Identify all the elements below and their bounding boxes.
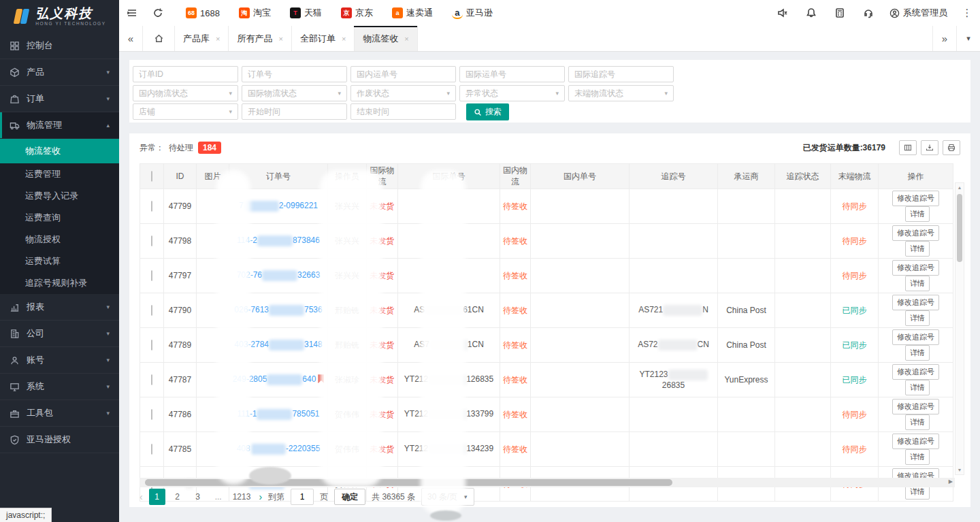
modify-tracking-button[interactable]: 修改追踪号 — [892, 399, 939, 414]
row-checkbox[interactable] — [151, 201, 152, 212]
filter-select-1[interactable]: 国际物流状态▾ — [242, 85, 347, 101]
order-number-link[interactable]: 702-7632663 — [237, 270, 321, 280]
tab-0[interactable]: 产品库× — [175, 26, 229, 51]
select-all-checkbox[interactable] — [151, 171, 152, 182]
order-number-link[interactable]: 72-0996221 — [239, 201, 318, 210]
sidebar-subitem-5[interactable]: 运费试算 — [0, 250, 119, 272]
order-number-link[interactable]: 403-27843148 — [234, 340, 322, 349]
filter-select-3[interactable]: 异常状态▾ — [459, 85, 565, 101]
sidebar-subitem-4[interactable]: 物流授权 — [0, 229, 119, 250]
page-button-1213[interactable]: 1213 — [231, 489, 253, 505]
tab-1[interactable]: 所有产品× — [229, 26, 291, 51]
calculator-icon[interactable] — [826, 0, 854, 26]
home-tab[interactable] — [143, 26, 175, 51]
marketplace-link-3[interactable]: 京京东 — [341, 7, 373, 19]
sidebar-item-3[interactable]: 物流管理▴ — [0, 112, 119, 139]
modify-tracking-button[interactable]: 修改追踪号 — [892, 364, 939, 380]
collapse-sidebar-icon[interactable] — [119, 0, 145, 26]
tab-close-icon[interactable]: × — [278, 35, 282, 43]
tabs-scroll-left-icon[interactable]: « — [119, 26, 143, 51]
tab-3[interactable]: 物流签收× — [355, 26, 417, 51]
scroll-right-icon[interactable]: ▶ — [949, 478, 953, 485]
sidebar-item-9[interactable]: 亚马逊授权 — [0, 427, 119, 453]
sidebar-subitem-1[interactable]: 运费管理 — [0, 163, 119, 185]
order-number-link[interactable]: 249-2805640 — [233, 374, 316, 384]
filter-input-4[interactable] — [568, 66, 674, 82]
sidebar-item-7[interactable]: 系统▾ — [0, 374, 119, 400]
tab-close-icon[interactable]: × — [404, 35, 408, 43]
tabs-scroll-right-icon[interactable]: » — [932, 26, 956, 51]
modify-tracking-button[interactable]: 修改追踪号 — [892, 191, 939, 206]
filter-input-1[interactable] — [242, 66, 347, 82]
tab-close-icon[interactable]: × — [216, 35, 220, 43]
details-button[interactable]: 详情 — [905, 206, 930, 222]
row-checkbox[interactable] — [151, 409, 152, 420]
more-menu-icon[interactable]: ⋮ — [954, 7, 980, 19]
horizontal-scroll-thumb[interactable] — [145, 479, 672, 486]
page-button-1[interactable]: 1 — [149, 489, 165, 505]
bell-icon[interactable] — [797, 0, 826, 26]
order-number-link[interactable]: 408-2220355 — [237, 444, 321, 453]
scroll-down-icon[interactable]: ▼ — [956, 468, 964, 472]
tabs-dropdown-icon[interactable]: ▾ — [956, 26, 980, 51]
sidebar-item-1[interactable]: 产品▾ — [0, 59, 119, 86]
page-button-2[interactable]: 2 — [169, 489, 186, 505]
start-time-input[interactable] — [242, 103, 347, 120]
row-checkbox[interactable] — [151, 235, 152, 246]
page-size-select[interactable]: 30 条/页▼ — [421, 488, 474, 506]
order-number-link[interactable]: 114-2873846 — [237, 235, 320, 245]
sidebar-subitem-2[interactable]: 运费导入记录 — [0, 185, 119, 207]
row-checkbox[interactable] — [151, 374, 152, 385]
modify-tracking-button[interactable]: 修改追踪号 — [892, 329, 939, 345]
filter-input-2[interactable] — [350, 66, 456, 82]
prev-page-icon[interactable]: ‹ — [140, 491, 143, 502]
horizontal-scrollbar[interactable]: ▶ — [140, 478, 955, 487]
sidebar-subitem-3[interactable]: 运费查询 — [0, 207, 119, 229]
modify-tracking-button[interactable]: 修改追踪号 — [892, 225, 939, 241]
marketplace-link-5[interactable]: a亚马逊 — [452, 7, 493, 19]
modify-tracking-button[interactable]: 修改追踪号 — [892, 260, 939, 276]
modify-tracking-button[interactable]: 修改追踪号 — [892, 295, 939, 310]
columns-icon[interactable] — [899, 140, 917, 155]
next-page-icon[interactable]: › — [259, 491, 262, 502]
vertical-scrollbar[interactable]: ▲ ▼ — [955, 182, 964, 475]
headset-icon[interactable] — [854, 0, 883, 26]
tab-2[interactable]: 全部订单× — [292, 26, 355, 51]
scroll-up-icon[interactable]: ▲ — [956, 185, 964, 190]
details-button[interactable]: 详情 — [905, 310, 930, 326]
goto-confirm-button[interactable]: 确定 — [334, 489, 365, 505]
filter-select-4[interactable]: 末端物流状态▾ — [568, 85, 674, 101]
marketplace-link-1[interactable]: 淘淘宝 — [239, 7, 271, 19]
row-checkbox[interactable] — [151, 270, 152, 281]
sidebar-item-8[interactable]: 工具包▾ — [0, 400, 119, 427]
page-button-3[interactable]: 3 — [190, 489, 206, 505]
print-icon[interactable] — [943, 140, 960, 155]
filter-select-0[interactable]: 国内物流状态▾ — [133, 85, 238, 101]
vertical-scroll-thumb[interactable] — [957, 194, 962, 262]
search-button[interactable]: 搜索 — [466, 103, 509, 120]
export-icon[interactable] — [921, 140, 938, 155]
details-button[interactable]: 详情 — [905, 276, 930, 291]
order-number-link[interactable]: 026-76137536 — [234, 305, 322, 314]
details-button[interactable]: 详情 — [905, 241, 930, 257]
marketplace-link-2[interactable]: T天猫 — [290, 7, 322, 19]
filter-select-2[interactable]: 作废状态▾ — [350, 85, 456, 101]
details-button[interactable]: 详情 — [905, 449, 930, 465]
sidebar-subitem-0[interactable]: 物流签收 — [0, 139, 119, 163]
row-checkbox[interactable] — [151, 340, 152, 350]
user-menu[interactable]: 系统管理员 — [889, 7, 947, 19]
tab-close-icon[interactable]: × — [342, 35, 346, 43]
filter-input-0[interactable] — [133, 66, 238, 82]
sidebar-item-0[interactable]: 控制台 — [0, 33, 119, 59]
marketplace-link-0[interactable]: 681688 — [186, 7, 220, 18]
goto-page-input[interactable] — [291, 489, 314, 505]
refresh-icon[interactable] — [145, 0, 171, 26]
order-number-link[interactable]: 111-1785051 — [238, 409, 320, 419]
sidebar-item-5[interactable]: 公司▾ — [0, 321, 119, 347]
sidebar-subitem-6[interactable]: 追踪号规则补录 — [0, 272, 119, 294]
modify-tracking-button[interactable]: 修改追踪号 — [892, 434, 939, 449]
details-button[interactable]: 详情 — [905, 345, 930, 361]
sidebar-item-4[interactable]: 报表▾ — [0, 294, 119, 321]
marketplace-link-4[interactable]: a速卖通 — [392, 7, 433, 19]
speaker-icon[interactable] — [768, 0, 797, 26]
